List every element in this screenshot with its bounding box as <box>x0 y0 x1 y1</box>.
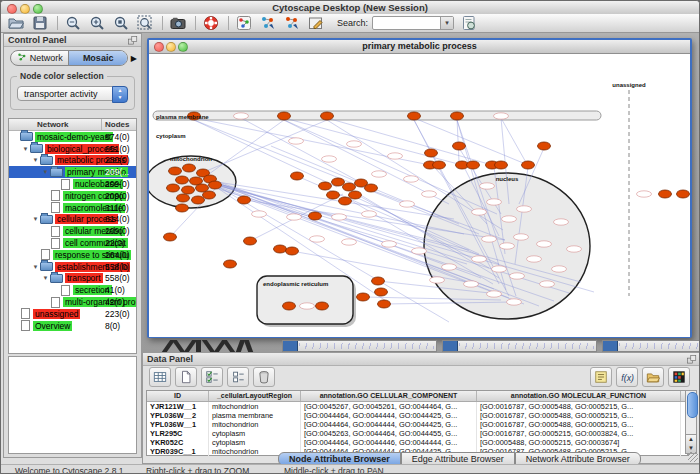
column-header[interactable]: annotation.GO MOLECULAR_FUNCTION <box>477 391 681 401</box>
table-row[interactable]: YPL036W__1mitochondrion[GO:0044464, GO:0… <box>147 420 687 429</box>
help-button[interactable] <box>202 15 220 31</box>
network-node-unselected[interactable] <box>492 266 507 272</box>
search-input[interactable]: ▾ <box>372 16 454 30</box>
tree-row[interactable]: Overview8(0) <box>9 320 136 332</box>
background-window[interactable] <box>282 340 437 352</box>
network-node-unselected[interactable] <box>442 264 457 270</box>
dropdown-stepper-icon[interactable]: ▲▼ <box>112 86 128 103</box>
tree-row[interactable]: ▼metabolic process280(0) <box>9 155 136 167</box>
network-node-unselected[interactable] <box>372 171 387 177</box>
table-row[interactable]: YJR121W__1mitochondrion[GO:0045267, GO:0… <box>147 402 687 411</box>
network-node-colored[interactable] <box>244 237 257 245</box>
tree-row[interactable]: response to stimulu264(0) <box>9 249 136 261</box>
birds-eye-view[interactable] <box>8 356 137 454</box>
tree-row[interactable]: macromolecule311(0) <box>9 202 136 214</box>
network-overlay-2-button[interactable] <box>283 15 301 31</box>
network-node-colored[interactable] <box>169 167 182 175</box>
network-node-colored[interactable] <box>349 191 362 199</box>
zoom-fit-button[interactable] <box>136 15 154 31</box>
expander-icon[interactable]: ▼ <box>41 275 50 281</box>
attribute-legend-button[interactable] <box>590 367 612 387</box>
resize-grip-icon[interactable] <box>688 452 698 462</box>
network-node-unselected[interactable] <box>342 239 357 245</box>
network-node-unselected[interactable] <box>464 281 479 287</box>
expander-icon[interactable]: ▼ <box>31 264 40 270</box>
new-attribute-button[interactable] <box>175 367 197 387</box>
zoom-out-button[interactable] <box>64 15 82 31</box>
table-row[interactable]: YKR052Ccytoplasm[GO:0044464, GO:0044446,… <box>147 438 687 447</box>
tree-row[interactable]: nucleobase-209(0) <box>9 178 136 190</box>
tree-row[interactable]: secretion41(0) <box>9 284 136 296</box>
network-node-unselected[interactable] <box>252 211 267 217</box>
tree-row[interactable]: ▼primary metabo209(... <box>9 166 136 178</box>
network-node-colored[interactable] <box>408 112 421 120</box>
open-file-button[interactable] <box>7 15 25 31</box>
network-node-colored[interactable] <box>167 184 180 192</box>
network-node-unselected[interactable] <box>388 153 403 159</box>
network-node-colored[interactable] <box>309 212 322 220</box>
network-view-window[interactable]: primary metabolic process plasma membran… <box>147 38 692 338</box>
network-edge[interactable] <box>204 120 327 172</box>
network-node-colored[interactable] <box>203 191 216 199</box>
network-node-colored[interactable] <box>332 178 345 186</box>
network-node-colored[interactable] <box>425 149 438 157</box>
zoom-selected-button[interactable] <box>112 15 130 31</box>
tab-overflow-arrow-icon[interactable]: ▶ <box>131 54 137 63</box>
column-header[interactable]: _cellularLayoutRegion <box>209 391 301 401</box>
network-node-colored[interactable] <box>451 112 464 120</box>
network-node-unselected[interactable] <box>430 277 445 283</box>
network-node-colored[interactable] <box>327 191 340 199</box>
network-node-colored[interactable] <box>378 300 391 308</box>
tree-row[interactable]: ▼biological_process651(0) <box>9 143 136 155</box>
search-dropdown-arrow-icon[interactable]: ▾ <box>440 17 453 29</box>
network-node-colored[interactable] <box>182 186 195 194</box>
tree-column-nodes[interactable]: Nodes <box>105 120 129 129</box>
save-session-button[interactable] <box>31 15 49 31</box>
network-node-unselected[interactable] <box>472 256 487 262</box>
expander-icon[interactable]: ▼ <box>41 169 50 175</box>
network-node-colored[interactable] <box>321 112 334 120</box>
network-node-colored[interactable] <box>291 172 304 180</box>
scrollbar-thumb[interactable] <box>687 392 698 418</box>
annotation-button[interactable] <box>307 15 325 31</box>
network-node-unselected[interactable] <box>514 234 529 240</box>
search-options-button[interactable] <box>460 15 478 31</box>
network-node-colored[interactable] <box>357 293 370 301</box>
network-node-unselected[interactable] <box>537 241 552 247</box>
network-node-unselected[interactable] <box>502 216 517 222</box>
network-node-colored[interactable] <box>372 277 385 285</box>
network-node-colored[interactable] <box>433 161 446 169</box>
network-node-colored[interactable] <box>659 190 672 198</box>
network-node-unselected[interactable] <box>382 241 397 247</box>
attribute-grid-button[interactable] <box>149 367 171 387</box>
tree-row[interactable]: ▼establishment of lo558(0) <box>9 261 136 273</box>
column-header[interactable]: ID <box>147 391 209 401</box>
network-window-titlebar[interactable]: primary metabolic process <box>149 40 690 54</box>
network-node-unselected[interactable] <box>300 303 315 309</box>
network-node-unselected[interactable] <box>510 273 525 279</box>
network-node-colored[interactable] <box>375 288 388 296</box>
network-node-colored[interactable] <box>176 204 189 212</box>
network-node-unselected[interactable] <box>412 248 427 254</box>
tree-row[interactable]: unassigned223(0) <box>9 308 136 320</box>
network-node-unselected[interactable] <box>540 281 555 287</box>
tab-network[interactable]: Network <box>11 51 68 65</box>
tree-row[interactable]: ▼cellular process614(0) <box>9 214 136 226</box>
network-node-colored[interactable] <box>209 181 222 189</box>
network-node-unselected[interactable] <box>487 291 502 297</box>
network-node-unselected[interactable] <box>347 141 362 147</box>
snapshot-button[interactable] <box>169 15 187 31</box>
network-node-unselected[interactable] <box>482 236 497 242</box>
expander-icon[interactable]: ▼ <box>31 216 40 222</box>
formula-fx-button[interactable]: f(x) <box>616 367 638 387</box>
import-attributes-button[interactable] <box>642 367 664 387</box>
network-node-unselected[interactable] <box>422 191 437 197</box>
network-node-colored[interactable] <box>176 176 189 184</box>
network-node-colored[interactable] <box>224 260 237 268</box>
network-node-unselected[interactable] <box>637 191 652 197</box>
network-node-colored[interactable] <box>538 142 551 150</box>
tree-row[interactable]: cellular metabo209(0) <box>9 225 136 237</box>
network-node-colored[interactable] <box>196 184 209 192</box>
network-node-colored[interactable] <box>319 182 332 190</box>
tree-row[interactable]: multi-organism pro42(0) <box>9 296 136 308</box>
